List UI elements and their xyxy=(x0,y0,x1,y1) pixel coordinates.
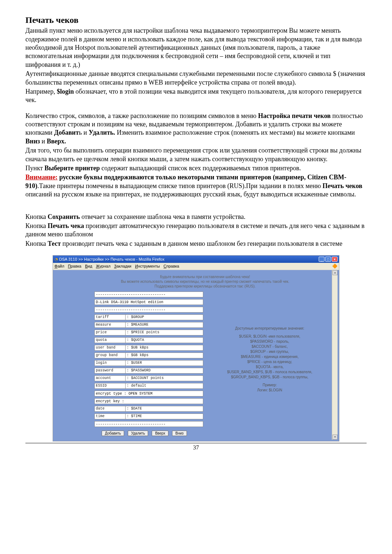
text-bold: Настройка печати чеков xyxy=(258,112,331,119)
legend-line: $GROUP_BAND_KBPS, $GB - полоса группы, xyxy=(209,375,330,379)
legend-line: $GROUP - имя группы, xyxy=(209,349,330,354)
field-label[interactable]: login xyxy=(94,360,126,366)
menu-file[interactable]: Файл xyxy=(54,264,64,269)
text-bold: Тест xyxy=(48,240,61,247)
field-row: tariff : $GROUP xyxy=(94,314,203,320)
page-title: Печать чеков xyxy=(25,15,367,26)
field-row: login : $USER xyxy=(94,360,203,366)
field-value[interactable]: : $MEASURE xyxy=(126,322,203,328)
menu-view[interactable]: Вид xyxy=(85,264,92,269)
field-label[interactable]: user band xyxy=(94,345,126,351)
field-value[interactable]: : $GROUP xyxy=(126,314,203,320)
paragraph-3: Например, $login обозначает, что в этой … xyxy=(25,87,367,105)
encrypt-key-field[interactable]: encrypt key : xyxy=(94,398,203,404)
paragraph-1: Данный пункт меню используется для настр… xyxy=(25,27,367,69)
notice-block: Будьте внимательны при составлении шабло… xyxy=(94,272,330,292)
scroll-down-icon[interactable]: ▾ xyxy=(332,435,338,440)
field-value[interactable]: : $USER xyxy=(126,360,203,366)
notice-line: Вы можете использовать символы кириллицы… xyxy=(94,279,316,284)
paragraph-4: Количество строк, символов, а также расп… xyxy=(25,112,367,146)
legend-column: Доступные интерпретируемые значения: $US… xyxy=(203,292,330,393)
legend-line: $PRICE - цена за единицу, xyxy=(209,359,330,364)
field-value[interactable]: : $PRICE points xyxy=(126,330,203,335)
field-row: account : $ACCOUNT points xyxy=(94,375,203,381)
field-row: group band : $GB kBps xyxy=(94,353,203,358)
legend-example-value: Логин: $LOGIN xyxy=(209,388,330,392)
text: обозначает, что в этой позиции чека выво… xyxy=(25,88,362,103)
minimize-icon[interactable]: _ xyxy=(319,257,324,262)
delete-button[interactable]: Удалить xyxy=(128,431,148,436)
field-label[interactable]: quota xyxy=(94,337,126,343)
up-button[interactable]: Вверх xyxy=(152,431,168,436)
field-label[interactable]: date xyxy=(94,406,126,412)
banner-field[interactable]: D-Link DSA-3110 HotSpot edition xyxy=(94,299,203,305)
text: Изменить взаимное расположение строк (по… xyxy=(115,129,355,136)
text: описаний на русском языке на принтерах, … xyxy=(25,191,356,198)
menu-help[interactable]: Справка xyxy=(164,264,179,269)
paragraph-2: Аутентификационные данные вводятся специ… xyxy=(25,70,367,87)
text: содержит выпадающий список всех поддержи… xyxy=(100,164,301,172)
scrollbar[interactable]: ▴ ▾ xyxy=(332,270,338,440)
field-row: user band : $UB kBps xyxy=(94,345,203,351)
text: Пункт xyxy=(25,164,45,172)
field-value[interactable]: : default xyxy=(126,383,203,389)
field-value[interactable]: : $PASSWORD xyxy=(126,368,203,374)
legend-line: $USER_BAND_KBPS, $UB - полоса пользовате… xyxy=(209,370,330,374)
field-label[interactable]: ESSID xyxy=(94,383,126,389)
field-value[interactable]: : $ACCOUNT points xyxy=(126,375,203,381)
field-row: ESSID : default xyxy=(94,383,203,389)
notice-line: Поддержка принтером кириллицы обозначает… xyxy=(94,284,316,289)
legend-line: $PASSWORD - пароль, xyxy=(209,339,330,344)
menu-tools[interactable]: Инструменты xyxy=(135,264,160,269)
field-label[interactable]: price xyxy=(94,330,126,335)
field-value[interactable]: : $GB kBps xyxy=(126,353,203,358)
divider-field[interactable]: -------------------------------- xyxy=(94,307,203,313)
field-row: quota : $QUOTA xyxy=(94,337,203,343)
add-button[interactable]: Добавить xyxy=(102,431,124,436)
text: Кнопка xyxy=(25,222,48,229)
divider-field[interactable]: -------------------------------- xyxy=(94,292,203,297)
menu-bookmarks[interactable]: Закладки xyxy=(114,264,131,269)
scroll-up-icon[interactable]: ▴ xyxy=(332,270,338,275)
field-label[interactable]: account xyxy=(94,375,126,381)
text-bold: Вниз xyxy=(25,138,40,145)
text-bold: Вверх. xyxy=(47,138,66,145)
paragraph-8: Кнопка Сохранить отвечает за сохранение … xyxy=(25,213,367,221)
text-bold: Печать чеков xyxy=(323,182,363,190)
text: Например, xyxy=(25,88,57,95)
legend-line: $ACCOUNT - баланс, xyxy=(209,344,330,349)
paragraph-10: Кнопка Тест производит печать чека с зад… xyxy=(25,240,367,248)
text-bold: $login xyxy=(57,88,74,95)
maximize-icon[interactable]: □ xyxy=(325,257,331,262)
encrypt-type-field[interactable]: encrypt type : OPEN SYSTEM xyxy=(94,391,203,396)
paragraph-5: Для того, что бы выполнить операции взаи… xyxy=(25,146,367,163)
left-margin xyxy=(53,270,93,440)
text: Аутентификационные данные вводятся специ… xyxy=(25,70,365,86)
field-value[interactable]: : $DATE xyxy=(126,406,203,412)
field-label[interactable]: group band xyxy=(94,353,126,358)
field-row: password : $PASSWORD xyxy=(94,368,203,374)
screenshot-window: ◔ DSA 3110 >> Настройки >> Печать чеков … xyxy=(53,255,339,441)
text-bold: Сохранить xyxy=(48,213,80,220)
notice-line: Будьте внимательны при составлении шабло… xyxy=(94,274,316,279)
paragraph-6: Пункт Выберите принтер содержит выпадающ… xyxy=(25,164,367,172)
field-label[interactable]: password xyxy=(94,368,126,374)
menu-edit[interactable]: Правка xyxy=(68,264,81,269)
field-row: measure : $MEASURE xyxy=(94,322,203,328)
paragraph-7: Внимание: русские буквы поддерживаются т… xyxy=(25,173,367,199)
field-label[interactable]: time xyxy=(94,414,126,419)
down-button[interactable]: Вниз xyxy=(172,431,187,436)
field-label[interactable]: measure xyxy=(94,322,126,328)
menu-history[interactable]: Журнал xyxy=(96,264,110,269)
legend-line: $QUOTA - квота, xyxy=(209,364,330,369)
field-label[interactable]: tariff xyxy=(94,314,126,320)
warning-label: Внимание: xyxy=(25,174,58,181)
field-value[interactable]: : $QUOTA xyxy=(126,337,203,343)
divider-field[interactable]: -------------------------------- xyxy=(94,421,203,427)
text: .Такие принтеры помечены в выпадающем сп… xyxy=(37,182,323,190)
firefox-icon: 🔶 xyxy=(332,264,338,269)
legend-example-label: Пример: xyxy=(209,383,330,387)
close-icon[interactable]: × xyxy=(332,257,338,262)
field-value[interactable]: : $UB kBps xyxy=(126,345,203,351)
field-value[interactable]: : $TIME xyxy=(126,414,203,419)
